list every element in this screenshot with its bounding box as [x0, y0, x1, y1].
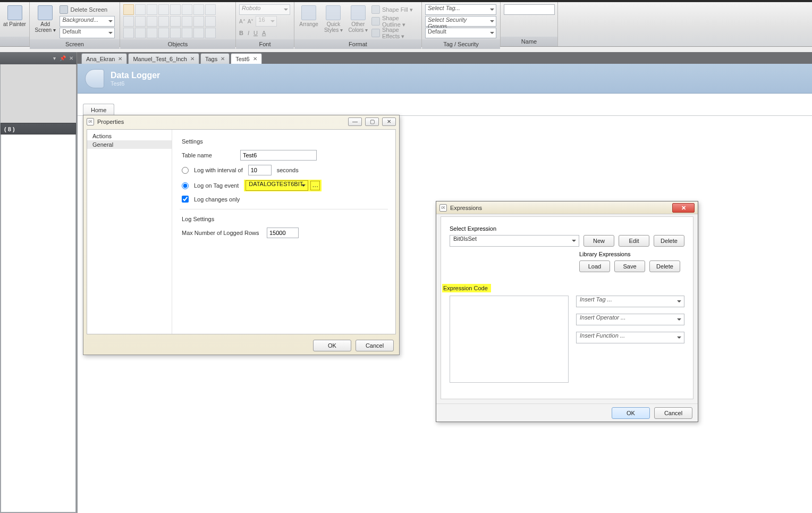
log-interval-radio[interactable] — [182, 167, 189, 174]
left-panel-toolbar: ▾ 📌 ✕ — [0, 52, 77, 64]
tab-manuel-test[interactable]: Manuel_Test_6_Inch✕ — [128, 53, 199, 64]
cancel-button[interactable]: Cancel — [356, 340, 394, 351]
left-panel-list[interactable] — [1, 134, 76, 512]
delete-screen-button[interactable]: Delete Screen — [60, 4, 116, 15]
tag-event-highlight: DATALOGTEST6BIT … — [244, 180, 322, 191]
properties-dialog: iX Properties — ▢ ✕ Actions General Sett… — [83, 115, 400, 355]
edit-button[interactable]: Edit — [619, 235, 649, 247]
seconds-label: seconds — [277, 167, 299, 173]
add-screen-icon — [38, 5, 53, 20]
category-actions[interactable]: Actions — [87, 132, 172, 140]
format-painter-button[interactable]: at Painter — [3, 4, 26, 28]
close-icon[interactable]: ✕ — [190, 56, 194, 62]
add-screen-label: Add Screen ▾ — [35, 21, 56, 33]
minimize-button[interactable]: — — [348, 117, 362, 126]
shape-fill-button[interactable]: Shape Fill ▾ — [371, 4, 418, 15]
arrange-button[interactable]: Arrange — [298, 4, 320, 28]
close-icon[interactable]: ✕ — [68, 55, 74, 62]
font-size-combo[interactable]: 16 — [256, 16, 277, 27]
background-combo[interactable]: Background... — [60, 16, 115, 27]
shape-effects-button[interactable]: Shape Effects ▾ — [371, 28, 418, 38]
log-interval-input[interactable] — [248, 165, 272, 175]
library-expressions-label: Library Expressions — [579, 251, 684, 257]
subtab-home[interactable]: Home — [83, 104, 114, 115]
ribbon-group-tag-security: Tag / Security — [422, 39, 500, 49]
object-name-input[interactable] — [504, 4, 555, 15]
close-button[interactable]: ✕ — [672, 203, 695, 213]
paintbrush-icon — [7, 5, 22, 20]
objects-tool-grid[interactable] — [123, 4, 216, 38]
maximize-button[interactable]: ▢ — [365, 117, 379, 126]
other-colors-button[interactable]: Other Colors ▾ — [347, 4, 369, 34]
properties-category-list[interactable]: Actions General — [87, 130, 172, 334]
effects-icon — [371, 29, 380, 37]
template-combo[interactable]: Default — [60, 28, 115, 38]
ribbon-group-format: Format — [294, 39, 421, 49]
pin-icon[interactable]: 📌 — [60, 55, 66, 62]
pointer-tool-icon[interactable] — [123, 4, 134, 15]
page-title: Data Logger — [111, 71, 160, 80]
insert-function-dropdown[interactable]: Insert Function ... — [576, 332, 684, 343]
ok-button[interactable]: OK — [612, 407, 650, 419]
security-default-combo[interactable]: Default — [425, 28, 496, 38]
delete-button[interactable]: Delete — [654, 235, 684, 247]
quick-styles-button[interactable]: Quick Styles ▾ — [322, 4, 344, 34]
dialog-title: Properties — [97, 119, 124, 125]
expression-code-textarea[interactable] — [450, 296, 569, 383]
log-settings-group-label: Log Settings — [182, 216, 386, 222]
expressions-dialog: iX Expressions ✕ Select Expression Bit0I… — [436, 201, 698, 422]
settings-group-label: Settings — [182, 138, 386, 145]
tab-ana-ekran[interactable]: Ana_Ekran✕ — [81, 53, 127, 64]
table-name-input[interactable] — [240, 150, 317, 161]
format-painter-label: at Painter — [3, 21, 26, 27]
max-rows-label: Max Number of Logged Rows — [182, 230, 261, 236]
delete-icon — [60, 5, 68, 14]
ok-button[interactable]: OK — [313, 340, 351, 351]
app-icon: iX — [439, 204, 447, 212]
insert-tag-dropdown[interactable]: Insert Tag ... — [576, 296, 684, 307]
delete-library-button[interactable]: Delete — [649, 260, 680, 272]
dialog-title: Expressions — [450, 205, 482, 211]
select-expression-dropdown[interactable]: Bit0IsSet — [450, 235, 579, 247]
panel-dropdown-icon[interactable]: ▾ — [51, 55, 57, 62]
insert-operator-dropdown[interactable]: Insert Operator ... — [576, 314, 684, 325]
tag-event-dropdown[interactable]: DATALOGTEST6BIT — [246, 180, 308, 191]
font-name-combo[interactable]: Roboto — [239, 4, 290, 15]
new-button[interactable]: New — [583, 235, 614, 247]
table-name-label: Table name — [182, 152, 235, 158]
cancel-button[interactable]: Cancel — [654, 407, 692, 419]
document-header: Data Logger Test6 — [78, 64, 812, 94]
ribbon-group-screen: Screen — [30, 39, 120, 49]
quick-styles-icon — [326, 5, 341, 20]
select-security-combo[interactable]: Select Security Groups... — [425, 16, 496, 27]
arrange-icon — [301, 5, 316, 20]
log-changes-only-checkbox[interactable] — [182, 196, 189, 203]
ribbon-group-font: Font — [236, 39, 294, 49]
left-panel: ▾ 📌 ✕ ( 8 ) — [0, 52, 77, 513]
bucket-icon — [371, 5, 380, 14]
tab-test6[interactable]: Test6✕ — [231, 53, 261, 64]
outline-icon — [371, 17, 380, 26]
close-icon[interactable]: ✕ — [118, 56, 122, 62]
shape-outline-button[interactable]: Shape Outline ▾ — [371, 16, 418, 27]
select-expression-label: Select Expression — [450, 225, 684, 232]
datalogger-icon — [85, 69, 104, 88]
add-screen-button[interactable]: Add Screen ▾ — [33, 4, 57, 34]
load-button[interactable]: Load — [579, 260, 610, 272]
document-tabs: Ana_Ekran✕ Manuel_Test_6_Inch✕ Tags✕ Tes… — [77, 52, 812, 64]
select-tag-combo[interactable]: Select Tag... — [425, 4, 496, 15]
category-general[interactable]: General — [87, 140, 172, 149]
tag-event-browse-button[interactable]: … — [310, 181, 320, 190]
log-tag-event-radio[interactable] — [182, 182, 189, 189]
close-icon[interactable]: ✕ — [221, 56, 225, 62]
expression-code-label: Expression Code — [442, 284, 491, 292]
document-subtabs: Home — [78, 103, 812, 116]
log-changes-only-label: Log changes only — [194, 196, 240, 203]
tab-tags[interactable]: Tags✕ — [200, 53, 230, 64]
ribbon: at Painter Add Screen ▾ Delete Screen Ba… — [0, 2, 812, 47]
close-button[interactable]: ✕ — [382, 117, 396, 126]
max-rows-input[interactable] — [267, 228, 299, 238]
close-icon[interactable]: ✕ — [253, 56, 257, 62]
save-button[interactable]: Save — [614, 260, 645, 272]
left-panel-section-header: ( 8 ) — [1, 123, 76, 134]
